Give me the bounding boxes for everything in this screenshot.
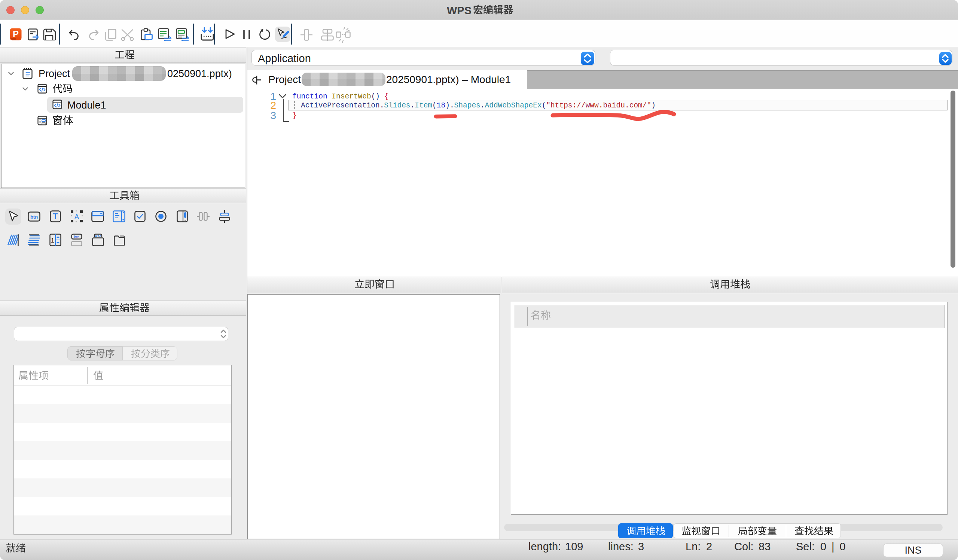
svg-text:btn: btn [30,214,38,220]
svg-text:1: 1 [51,237,54,244]
svg-text:XYZ: XYZ [95,234,102,238]
svg-text:A: A [75,213,79,221]
svg-text:P: P [13,29,19,39]
svg-text:btn: btn [74,235,79,239]
